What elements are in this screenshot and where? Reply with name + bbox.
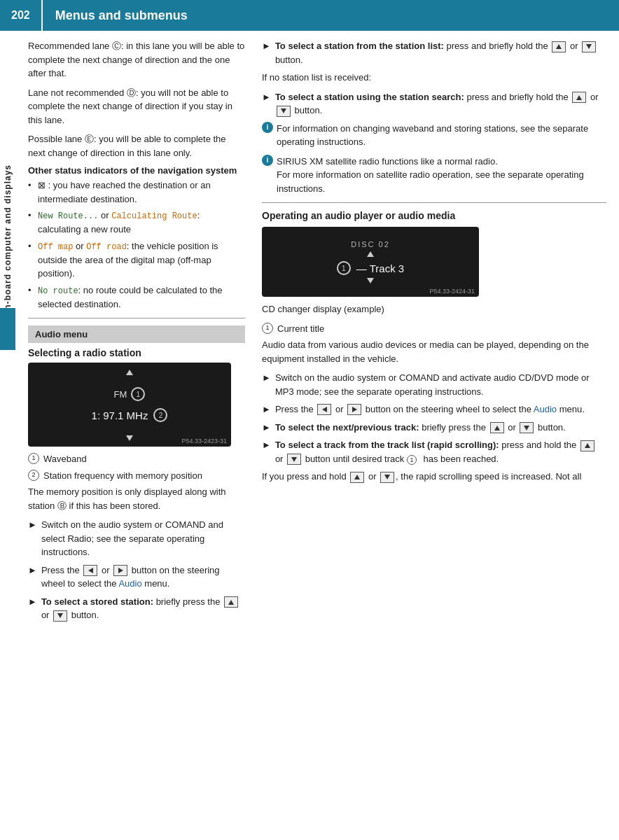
fm-label: FM — [114, 389, 127, 400]
legend-circle-2: 2 — [28, 470, 39, 481]
select-station-list-text: To select a station from the station lis… — [275, 39, 606, 66]
btn-up-1 — [224, 596, 238, 608]
btn-up-r3 — [490, 422, 504, 433]
btn-down-1 — [53, 610, 67, 622]
arrow-icon-r4: ► — [262, 402, 271, 416]
divider-audio-menu — [28, 318, 245, 318]
page-number: 202 — [0, 0, 43, 31]
info-block-2: i SIRIUS XM satellite radio functions li… — [262, 155, 606, 196]
rapid-scroll-note: If you press and hold or , the rapid scr… — [262, 470, 606, 484]
no-station-list-text: If no station list is received: — [262, 71, 606, 85]
info-text-2: SIRIUS XM satellite radio functions like… — [277, 155, 606, 196]
sidebar-label-text: On-board computer and displays — [3, 164, 13, 317]
status-bullet-list: ⊠ : you have reached the destination or … — [28, 178, 245, 311]
main-content: Recommended lane Ⓒ: in this lane you wil… — [15, 31, 619, 635]
legend-circle-1: 1 — [28, 453, 39, 464]
radio-freq-text: 1: 97.1 MHz — [92, 410, 148, 421]
bullet-off-map: Off map or Off road: the vehicle positio… — [28, 239, 245, 281]
status-heading: Other status indicators of the navigatio… — [28, 165, 245, 176]
cd-legend-1: 1 Current title — [262, 322, 606, 336]
track-circle-1: 1 — [407, 455, 417, 465]
switch-on-radio: ► Switch on the audio system or COMAND a… — [28, 518, 245, 559]
no-route-code: No route — [38, 286, 78, 296]
btn-down-r3 — [520, 422, 534, 433]
select-stored-text: To select a stored station: briefly pres… — [41, 595, 245, 622]
page-title: Menus and submenus — [43, 8, 188, 23]
select-next-track: ► To select the next/previous track: bri… — [262, 421, 606, 435]
cd-triangle-down — [367, 278, 374, 284]
info-text-1: For information on changing waveband and… — [277, 122, 606, 149]
cd-circle-1: 1 — [337, 261, 351, 275]
press-steer-2-text: Press the or button on the steering whee… — [275, 402, 585, 416]
radio-triangle-down — [126, 435, 133, 441]
cd-legend-circle-1: 1 — [262, 323, 273, 334]
btn-down-r2 — [277, 106, 291, 117]
bullet-destination: ⊠ : you have reached the destination or … — [28, 178, 245, 206]
btn-down-r1 — [582, 41, 596, 52]
cd-ps-label: P54.33-2424-31 — [429, 288, 475, 295]
switch-on-audio: ► Switch on the audio system or COMAND a… — [262, 371, 606, 398]
btn-left-1 — [83, 565, 97, 576]
arrow-icon-1: ► — [28, 518, 37, 532]
selecting-radio-heading: Selecting a radio station — [28, 347, 245, 358]
arrow-icon-r5: ► — [262, 421, 271, 435]
new-route-code: New Route... — [38, 211, 98, 221]
divider-operating — [262, 202, 606, 203]
btn-down-r4 — [287, 454, 301, 465]
arrow-icon-2: ► — [28, 564, 37, 578]
arrow-icon-r6: ► — [262, 438, 271, 452]
btn-right-1 — [113, 565, 127, 576]
press-steer-1: ► Press the or button on the steering wh… — [28, 564, 245, 591]
arrow-icon-r3: ► — [262, 371, 271, 385]
cd-track-label: — Track 3 — [356, 262, 404, 274]
audio-menu-bar: Audio menu — [28, 326, 245, 343]
bullet-new-route: New Route... or Calculating Route: calcu… — [28, 209, 245, 237]
select-station-search: ► To select a station using the station … — [262, 90, 606, 118]
cd-triangle-up — [367, 251, 374, 257]
off-road-code: Off road — [86, 242, 127, 252]
press-steer-2: ► Press the or button on the steering wh… — [262, 402, 606, 416]
para-recommended-lane: Recommended lane Ⓒ: in this lane you wil… — [28, 39, 245, 80]
cd-disc-label: DISC 02 — [351, 240, 390, 248]
header-bar: 202 Menus and submenus — [0, 0, 619, 31]
arrow-icon-3: ► — [28, 595, 37, 609]
arrow-icon-r1: ► — [262, 39, 271, 53]
info-icon-1: i — [262, 122, 273, 133]
cd-track-row: 1 — Track 3 — [337, 261, 404, 275]
off-map-code: Off map — [38, 242, 73, 252]
audio-link-2[interactable]: Audio — [534, 404, 557, 414]
select-stored-station: ► To select a stored station: briefly pr… — [28, 595, 245, 622]
select-station-list: ► To select a station from the station l… — [262, 39, 606, 66]
press-steer-1-text: Press the or button on the steering whee… — [41, 564, 245, 591]
switch-on-audio-text: Switch on the audio system or COMAND and… — [275, 371, 606, 398]
btn-up-r5 — [350, 472, 364, 483]
bullet-no-route: No route: no route could be calculated t… — [28, 284, 245, 312]
cd-caption: CD changer display (example) — [262, 302, 606, 316]
audio-link-1[interactable]: Audio — [118, 578, 141, 589]
btn-up-r2 — [572, 92, 586, 103]
btn-right-r1 — [347, 404, 361, 415]
audio-data-para: Audio data from various audio devices or… — [262, 338, 606, 365]
info-block-1: i For information on changing waveband a… — [262, 122, 606, 149]
legend-waveband-text: Waveband — [43, 452, 87, 466]
right-column: ► To select a station from the station l… — [262, 39, 606, 626]
btn-up-r1 — [552, 41, 566, 52]
operating-heading: Operating an audio player or audio media — [262, 210, 606, 221]
radio-display-image: FM 1 1: 97.1 MHz 2 P54.33-2423-31 — [28, 363, 231, 447]
switch-on-radio-text: Switch on the audio system or COMAND and… — [41, 518, 245, 559]
arrow-icon-r2: ► — [262, 90, 271, 104]
legend-station-text: Station frequency with memory position — [43, 469, 202, 483]
left-column: Recommended lane Ⓒ: in this lane you wil… — [28, 39, 245, 626]
radio-freq-line: 1: 97.1 MHz 2 — [92, 408, 168, 422]
btn-up-r4 — [580, 440, 594, 451]
calc-route-code: Calculating Route — [111, 211, 197, 221]
select-next-track-text: To select the next/previous track: brief… — [275, 421, 566, 435]
memory-note: The memory position is only displayed al… — [28, 485, 245, 512]
current-title-text: Current title — [277, 322, 324, 336]
radio-circle-1: 1 — [131, 387, 145, 401]
sidebar-blue-block — [0, 308, 15, 350]
radio-fm-line: FM 1 — [114, 387, 146, 401]
sidebar-label: On-board computer and displays — [0, 31, 15, 451]
btn-down-r5 — [380, 472, 394, 483]
para-possible-lane: Possible lane Ⓔ: you will be able to com… — [28, 132, 245, 160]
